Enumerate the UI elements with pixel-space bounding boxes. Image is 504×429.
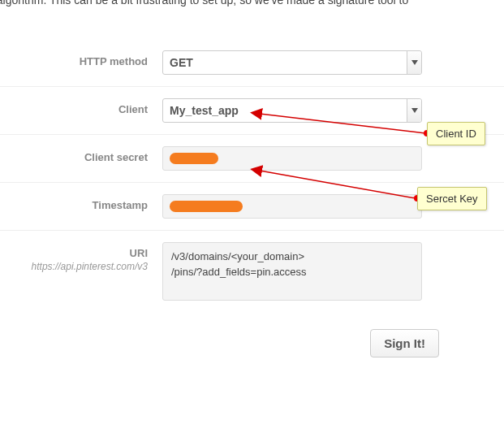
client-secret-input[interactable]	[162, 146, 422, 171]
label-client: Client	[0, 98, 162, 115]
http-method-select[interactable]: GET	[162, 50, 422, 75]
button-row: Sign It!	[0, 314, 504, 358]
label-uri: URI	[0, 242, 162, 259]
sign-it-button[interactable]: Sign It!	[370, 329, 439, 358]
label-uri-base: https://api.pinterest.com/v3	[0, 261, 162, 272]
client-select[interactable]: My_test_app	[162, 98, 422, 123]
label-timestamp: Timestamp	[0, 194, 162, 211]
redaction-mark	[170, 153, 218, 164]
redaction-mark	[170, 201, 243, 212]
row-uri: URI https://api.pinterest.com/v3	[0, 231, 504, 314]
callout-secret-key: Sercet Key	[417, 187, 487, 210]
label-client-secret: Client secret	[0, 146, 162, 163]
row-http-method: HTTP method GET	[0, 39, 504, 87]
callout-client-id: Client ID	[427, 122, 485, 145]
label-http-method: HTTP method	[0, 50, 162, 67]
timestamp-input[interactable]	[162, 194, 422, 219]
uri-textarea[interactable]	[162, 242, 422, 301]
cropped-intro-text: ature algorithm. This can be a bit frust…	[0, 0, 504, 6]
